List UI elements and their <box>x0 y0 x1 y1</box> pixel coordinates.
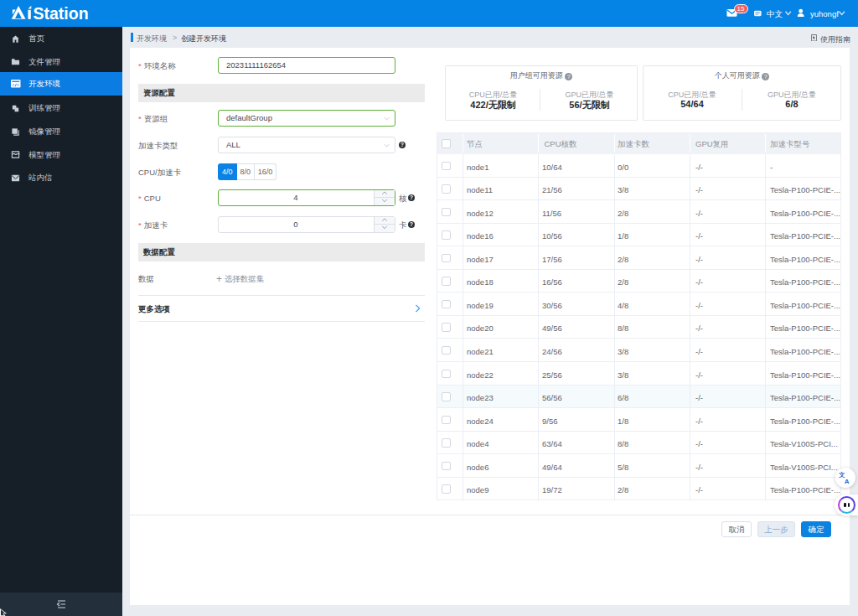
svg-text:Station: Station <box>34 4 89 23</box>
svg-text:A: A <box>845 478 850 484</box>
